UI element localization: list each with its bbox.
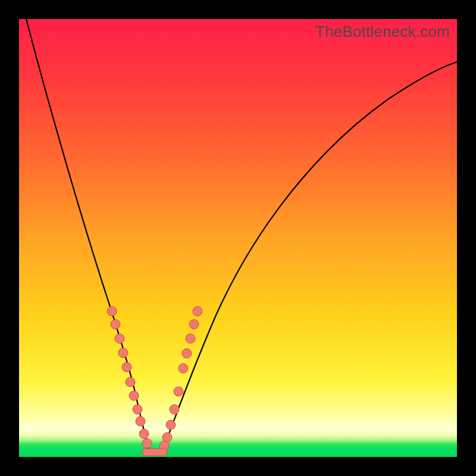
- curve-svg: [19, 19, 457, 457]
- svg-point-2: [115, 334, 124, 343]
- svg-point-6: [129, 391, 139, 400]
- svg-point-8: [136, 416, 145, 426]
- floor-marker: [142, 449, 167, 456]
- svg-point-10: [142, 439, 152, 448]
- svg-point-9: [139, 429, 149, 439]
- svg-point-11: [193, 306, 202, 316]
- svg-point-14: [182, 349, 192, 358]
- plot-area: TheBottleneck.com: [19, 19, 457, 457]
- svg-point-12: [189, 320, 199, 329]
- svg-point-1: [111, 320, 120, 329]
- svg-point-4: [122, 362, 131, 372]
- svg-point-16: [174, 387, 183, 396]
- svg-point-13: [186, 334, 195, 343]
- svg-point-0: [107, 306, 117, 316]
- svg-point-17: [170, 405, 179, 414]
- svg-point-5: [126, 377, 135, 387]
- svg-point-18: [166, 420, 176, 430]
- dots-right: [159, 306, 202, 450]
- svg-point-3: [118, 348, 128, 358]
- svg-point-7: [133, 405, 142, 414]
- curve-right: [162, 62, 457, 452]
- dots-left: [107, 306, 152, 448]
- svg-point-15: [178, 364, 188, 373]
- outer-frame: TheBottleneck.com: [0, 0, 476, 476]
